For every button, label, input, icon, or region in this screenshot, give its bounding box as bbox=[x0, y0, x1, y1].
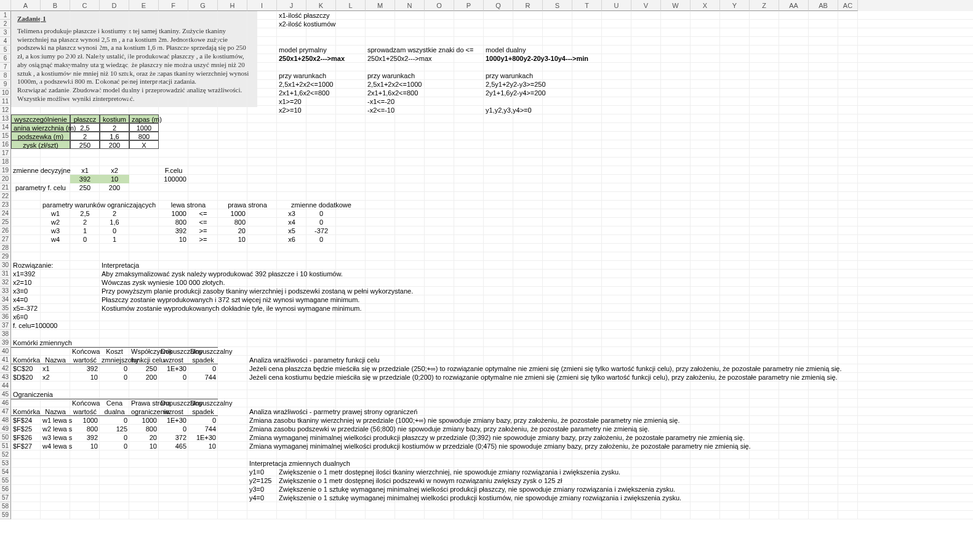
row-header: 5 bbox=[0, 46, 11, 54]
row-header: 52 bbox=[0, 450, 11, 459]
sc-cell: 392 bbox=[70, 433, 100, 442]
cons-right: 800 bbox=[218, 218, 247, 226]
cell-overlay: x1-ilość płaszczyx2-ilość kostiumówmodel… bbox=[11, 11, 973, 519]
primal-obj: 250x1+250x2--->max bbox=[277, 54, 306, 63]
cons-slackv: 0 bbox=[306, 218, 336, 226]
cons-left: 1000 bbox=[159, 209, 188, 218]
sc-analysis-title: Analiza wrażliwości - parmetry prawej st… bbox=[247, 407, 691, 416]
sc-h2: dualna bbox=[100, 407, 129, 416]
primal-title: model prymalny bbox=[277, 46, 306, 54]
sol-key: x3=0 bbox=[11, 287, 41, 295]
conv-title: sprowadzam wszystkie znaki do <= bbox=[366, 46, 395, 54]
sc-h1: Cena bbox=[100, 399, 129, 407]
col-header: O bbox=[425, 0, 454, 11]
sc-cell: 800 bbox=[129, 425, 159, 433]
row-header: 44 bbox=[0, 382, 11, 390]
row-header: 42 bbox=[0, 364, 11, 373]
cons-slackv: -372 bbox=[306, 226, 336, 235]
sv-cell: 744 bbox=[188, 373, 218, 382]
cons-slack: x6 bbox=[277, 235, 306, 244]
sc-cell: w4 lewa s bbox=[41, 442, 70, 450]
sc-cell: $F$25 bbox=[11, 425, 41, 433]
cons-left: 392 bbox=[159, 226, 188, 235]
di-key: y3=0 bbox=[247, 485, 277, 494]
sol-key: x4=0 bbox=[11, 295, 41, 304]
col-header: L bbox=[336, 0, 366, 11]
sc-cell: w1 lewa s bbox=[41, 416, 70, 425]
row-header: 25 bbox=[0, 218, 11, 226]
dec-var2: x2 bbox=[100, 166, 129, 175]
sc-cell: 1000 bbox=[70, 416, 100, 425]
sv-h2: Nazwa bbox=[41, 356, 70, 364]
sv-cell: x2 bbox=[41, 373, 70, 382]
sc-cell: 800 bbox=[70, 425, 100, 433]
sol-text: Aby zmaksymalizować zysk należy wyproduk… bbox=[100, 270, 691, 278]
di-text: Zwiększenie o 1 sztukę wymaganej minimal… bbox=[277, 494, 683, 502]
row-header: 2 bbox=[0, 20, 11, 28]
sc-cell: 0 bbox=[100, 416, 129, 425]
sc-cell: 10 bbox=[188, 442, 218, 450]
conv-c2: 2x1+1,6x2<=800 bbox=[366, 89, 395, 97]
cons-b: 1 bbox=[100, 235, 129, 244]
col-header: A bbox=[11, 0, 41, 11]
sc-cell: 20 bbox=[129, 433, 159, 442]
cons-a: 2 bbox=[70, 218, 100, 226]
row-header: 51 bbox=[0, 442, 11, 450]
col-header: N bbox=[395, 0, 425, 11]
primal-cond: przy warunkach bbox=[277, 71, 306, 80]
row-header: 36 bbox=[0, 313, 11, 321]
col-header: B bbox=[41, 0, 70, 11]
sc-analysis: Zmiana wymaganej minimalnej wielkości pr… bbox=[247, 442, 753, 450]
row-header: 29 bbox=[0, 252, 11, 261]
sv-cell: 1E+30 bbox=[159, 364, 188, 373]
sv-analysis: Jeżeli cena płaszcza będzie mieściła się… bbox=[247, 364, 844, 373]
sv-cell: x1 bbox=[41, 364, 70, 373]
sc-cell: w3 lewa s bbox=[41, 433, 70, 442]
sol-key: x6=0 bbox=[11, 313, 41, 321]
sc-analysis: Zmiana zasobu tkaniny wierzchniej w prze… bbox=[247, 416, 681, 425]
sc-h2: Nazwa bbox=[41, 407, 70, 416]
sc-h2: spadek bbox=[188, 407, 218, 416]
row-header: 11 bbox=[0, 97, 11, 106]
dual-c1: 2,5y1+2y2-y3>=250 bbox=[484, 80, 513, 89]
dec-fcelu: 100000 bbox=[159, 175, 188, 183]
sv-cell: 250 bbox=[129, 364, 159, 373]
row-header: 48 bbox=[0, 416, 11, 425]
sv-h2: Komórka bbox=[11, 356, 41, 364]
cons-b: 0 bbox=[100, 226, 129, 235]
row-header: 1 bbox=[0, 11, 11, 20]
sc-cell: 1E+30 bbox=[159, 416, 188, 425]
row-header: 35 bbox=[0, 304, 11, 313]
di-key: y2=125 bbox=[247, 476, 277, 485]
cons-slackv: 0 bbox=[306, 235, 336, 244]
spreadsheet[interactable]: ABCDEFGHIJKLMNOPQRSTUVWXYZAAABAC 1234567… bbox=[0, 0, 973, 519]
sv-h1: Współczynnik bbox=[129, 347, 159, 356]
column-headers: ABCDEFGHIJKLMNOPQRSTUVWXYZAAABAC bbox=[0, 0, 973, 11]
sc-cell: $F$26 bbox=[11, 433, 41, 442]
col-header: C bbox=[70, 0, 100, 11]
row-header: 54 bbox=[0, 468, 11, 476]
sol-text: Przy powyższym planie produkcji zasoby t… bbox=[100, 287, 691, 295]
cons-rel: >= bbox=[188, 235, 218, 244]
pt-h0: wyszczególnienie bbox=[11, 114, 70, 123]
sv-h2: zmniejszony bbox=[100, 356, 129, 364]
col-header: S bbox=[543, 0, 572, 11]
sol-key: f. celu=100000 bbox=[11, 321, 41, 330]
sc-cell: 465 bbox=[159, 442, 188, 450]
row-header: 15 bbox=[0, 132, 11, 140]
row-header: 57 bbox=[0, 494, 11, 502]
row-header: 16 bbox=[0, 140, 11, 149]
col-header: D bbox=[100, 0, 129, 11]
sc-h2: wzrost bbox=[159, 407, 188, 416]
col-header: K bbox=[306, 0, 336, 11]
row-header: 26 bbox=[0, 226, 11, 235]
row-header: 8 bbox=[0, 71, 11, 80]
conv-c4: -x2<=-10 bbox=[366, 106, 395, 114]
dual-cond: przy warunkach bbox=[484, 71, 513, 80]
col-header: AA bbox=[779, 0, 809, 11]
row-header: 21 bbox=[0, 183, 11, 192]
sv-h2: spadek bbox=[188, 356, 218, 364]
sv-cell: $C$20 bbox=[11, 364, 41, 373]
row-header: 22 bbox=[0, 192, 11, 201]
cons-extra-lbl: zmienne dodatkowe bbox=[277, 201, 366, 209]
